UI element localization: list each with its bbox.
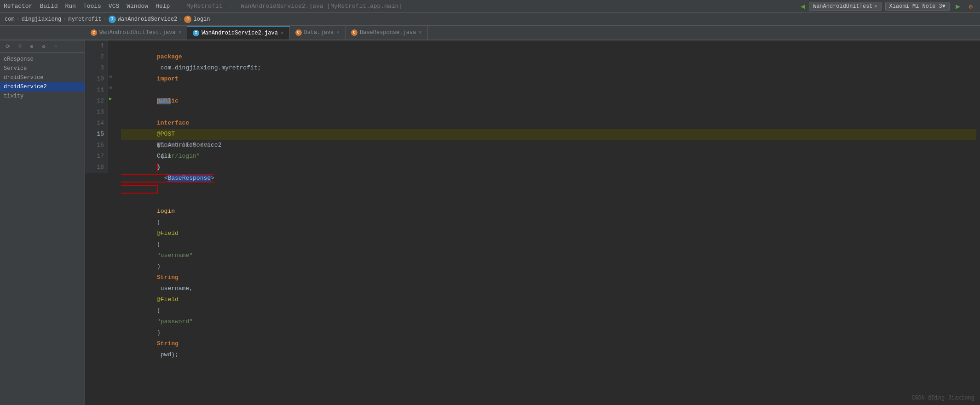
- line-numbers: 1 2 3 10 11 12 13 14 15 16 17 18: [85, 40, 108, 173]
- kw-package: package: [157, 53, 182, 60]
- ln-2: 2: [89, 51, 104, 63]
- tab-icon-base-response: C: [351, 29, 357, 36]
- tab-icon-data: C: [295, 29, 302, 36]
- code-line-18: [121, 162, 976, 173]
- tab-label-base-response: BaseResponse.java: [360, 29, 416, 36]
- code-line-12: [121, 96, 976, 107]
- code-line-16: [121, 140, 976, 151]
- ln-12: 12: [89, 96, 104, 107]
- tab-bar: C WanAndroidUnitTest.java × I WanAndroid…: [0, 26, 980, 40]
- sidebar: ⟳ ≡ ⊕ ⚙ − eResponse Service droidService…: [0, 40, 85, 405]
- code-line-10: [121, 74, 976, 85]
- run-config-label: WanAndroidUnitTest: [813, 3, 873, 10]
- ln-16: 16: [89, 140, 104, 151]
- tab-label-service2: WanAndroidService2.java: [202, 30, 278, 36]
- code-lines: package com.dingjiaxiong.myretrofit; imp…: [117, 40, 980, 173]
- gutter-marker-14: ◇: [109, 85, 112, 91]
- ln-15: 15: [89, 129, 104, 140]
- menu-run[interactable]: Run: [65, 3, 75, 10]
- tab-close-data[interactable]: ×: [336, 30, 340, 35]
- tab-service2[interactable]: I WanAndroidService2.java ×: [187, 26, 289, 40]
- menu-help[interactable]: Help: [156, 3, 170, 10]
- menu-vcs[interactable]: VCS: [109, 3, 119, 10]
- menu-window[interactable]: Window: [127, 3, 148, 10]
- code-line-17: }: [121, 151, 976, 162]
- tab-close-service2[interactable]: ×: [281, 30, 284, 36]
- title-sep: –: [230, 3, 233, 10]
- code-line-2: [121, 51, 976, 63]
- code-area: 1 2 3 10 11 12 13 14 15 16 17 18 ◇ ◇ ▶: [85, 40, 980, 173]
- interface-badge: I: [109, 16, 116, 23]
- ln-13: 13: [89, 107, 104, 118]
- gutter: ◇ ◇ ▶: [108, 40, 117, 173]
- tab-icon-service2: I: [193, 30, 199, 36]
- sidebar-item-service[interactable]: Service: [0, 64, 85, 73]
- ln-1: 1: [89, 40, 104, 51]
- method-badge: m: [184, 16, 191, 23]
- watermark: CSDN @Ding Jiaxiong: [911, 395, 974, 401]
- device-label: Xiaomi Mi Note 3: [889, 3, 942, 10]
- sidebar-scroll-up[interactable]: ⟳: [4, 42, 12, 51]
- breadcrumb-interface[interactable]: WanAndroidService2: [118, 16, 178, 23]
- tab-base-response[interactable]: C BaseResponse.java ×: [346, 26, 428, 40]
- breadcrumb-com[interactable]: com: [5, 16, 15, 23]
- gutter-marker-13: ◇: [109, 74, 112, 80]
- file-title: WanAndroidService2.java [MyRetrofit.app.…: [241, 3, 402, 10]
- code-line-13: @POST ( "user/login" ): [121, 107, 976, 118]
- sidebar-item-tivity[interactable]: tivity: [0, 91, 85, 101]
- tab-unit-test[interactable]: C WanAndroidUnitTest.java ×: [85, 26, 187, 40]
- device-selector[interactable]: Xiaomi Mi Note 3 ▼: [885, 2, 950, 11]
- menu-build[interactable]: Build: [40, 3, 58, 10]
- sidebar-toolbar: ⟳ ≡ ⊕ ⚙ −: [0, 40, 85, 53]
- ln-3: 3: [89, 63, 104, 74]
- code-line-11: public interface WanAndroidService2 {: [121, 85, 976, 96]
- tab-close-base-response[interactable]: ×: [419, 30, 422, 35]
- sidebar-item-droidservice2[interactable]: droidService2: [0, 82, 85, 91]
- sidebar-item-droidservice[interactable]: droidService: [0, 73, 85, 82]
- tab-icon-unit-test: C: [91, 29, 97, 36]
- tab-close-unit-test[interactable]: ×: [179, 30, 182, 35]
- kw-import: import: [157, 75, 179, 82]
- breadcrumb-method[interactable]: login: [193, 16, 210, 23]
- code-line-14: @FormUrlEncoded: [121, 118, 976, 129]
- sidebar-align[interactable]: ≡: [16, 42, 24, 51]
- ln-17: 17: [89, 151, 104, 162]
- main-layout: ⟳ ≡ ⊕ ⚙ − eResponse Service droidService…: [0, 40, 980, 405]
- ln-14: 14: [89, 118, 104, 129]
- sidebar-item-eresponse[interactable]: eResponse: [0, 55, 85, 64]
- run-config-arrow: ▼: [875, 4, 877, 9]
- code-editor[interactable]: 1 2 3 10 11 12 13 14 15 16 17 18 ◇ ◇ ▶: [85, 40, 980, 405]
- tab-label-unit-test: WanAndroidUnitTest.java: [99, 29, 176, 36]
- nav-back-btn[interactable]: ◀: [801, 2, 805, 11]
- sidebar-settings[interactable]: ⚙: [40, 42, 48, 51]
- app-title: MyRetrofit: [186, 3, 222, 10]
- breadcrumb-bar: com › dingjiaxiong › myretrofit › I WanA…: [0, 13, 980, 26]
- code-line-15: Call <BaseResponse> login ( @Field ( "us…: [121, 129, 976, 140]
- tab-label-data: Data.java: [304, 29, 334, 36]
- menu-tools[interactable]: Tools: [83, 3, 101, 10]
- ln-18: 18: [89, 162, 104, 173]
- ln-10: 10: [89, 74, 104, 85]
- selected-text: BaseResponse: [167, 175, 211, 182]
- breadcrumb-myretrofit[interactable]: myretrofit: [68, 16, 101, 23]
- breadcrumb-dingjiaxiong[interactable]: dingjiaxiong: [22, 16, 61, 23]
- code-line-1: package com.dingjiaxiong.myretrofit;: [121, 40, 976, 51]
- sidebar-minimize[interactable]: −: [52, 42, 60, 51]
- run-button[interactable]: ▶: [953, 2, 963, 11]
- debug-button[interactable]: ⚙: [966, 2, 975, 11]
- ln-11: 11: [89, 85, 104, 96]
- menu-refactor[interactable]: Refactor: [4, 3, 32, 10]
- tab-data[interactable]: C Data.java ×: [290, 26, 346, 40]
- gutter-run-15[interactable]: ▶: [109, 96, 112, 102]
- sidebar-collapse[interactable]: ⊕: [28, 42, 36, 51]
- device-arrow: ▼: [942, 3, 945, 10]
- sidebar-content: eResponse Service droidService droidServ…: [0, 53, 85, 405]
- run-config-selector[interactable]: WanAndroidUnitTest ▼: [809, 2, 882, 11]
